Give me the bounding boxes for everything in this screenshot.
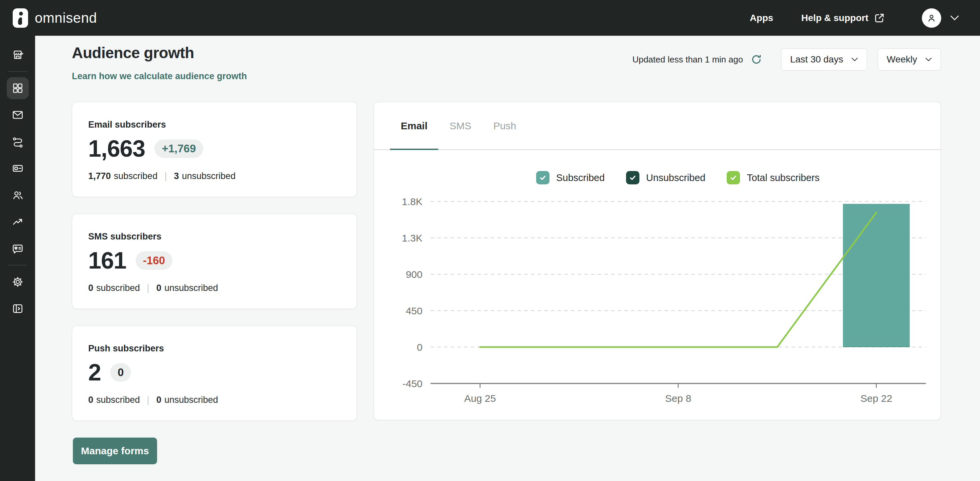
collapse-panel-icon	[11, 302, 24, 315]
external-link-icon	[874, 13, 885, 24]
chart-legend: SubscribedUnsubscribedTotal subscribers	[431, 171, 925, 184]
automation-flow-icon	[11, 135, 24, 148]
brand[interactable]: omnisend	[13, 8, 97, 28]
legend-subscribed[interactable]: Subscribed	[536, 171, 605, 184]
subscriber-count: 2	[88, 359, 101, 386]
unsubscribed-label: unsubscribed	[164, 283, 218, 293]
sidebar-collapse-button[interactable]	[7, 298, 29, 320]
subscribed-count: 0	[88, 283, 93, 293]
sidebar-item-reports[interactable]	[7, 211, 29, 233]
card-breakdown: 0 subscribed | 0 unsubscribed	[88, 283, 340, 293]
legend-checkbox[interactable]	[626, 171, 640, 184]
audience-growth-chart-card: Email SMS Push SubscribedUnsubscribedTot…	[374, 102, 941, 420]
app-window: omnisend Apps Help & support	[0, 0, 980, 481]
y-tick-label: 450	[406, 305, 423, 316]
value-row: 2 0	[88, 359, 340, 386]
sidebar-item-forms[interactable]	[7, 157, 29, 179]
sidebar-item-campaigns[interactable]	[7, 104, 29, 126]
sms-subscribers-card: SMS subscribers 161 -160 0 subscribed | …	[72, 214, 357, 309]
subscriber-count: 1,663	[88, 135, 145, 162]
x-tick-label: Sep 8	[665, 393, 691, 404]
x-tick-label: Sep 22	[860, 393, 892, 404]
learn-link[interactable]: Learn how we calculate audience growth	[72, 71, 247, 81]
unsubscribed-count: 3	[174, 171, 179, 181]
sidebar-item-store[interactable]	[7, 44, 29, 66]
legend-checkbox[interactable]	[727, 171, 740, 184]
separator: |	[147, 283, 150, 293]
unsubscribed-label: unsubscribed	[182, 171, 235, 181]
granularity-value: Weekly	[887, 54, 917, 65]
chevron-down-icon[interactable]	[950, 15, 959, 21]
sidebar	[0, 36, 35, 481]
change-badge: 0	[110, 363, 131, 382]
legend-label: Subscribed	[556, 172, 605, 183]
chevron-down-icon	[925, 57, 932, 62]
sidebar-item-dashboard[interactable]	[7, 77, 29, 99]
subscribed-label: subscribed	[114, 171, 158, 181]
y-tick-label: 1.3K	[402, 232, 423, 243]
email-subscribers-card: Email subscribers 1,663 +1,769 1,770 sub…	[72, 102, 357, 197]
gear-icon	[11, 276, 24, 288]
brand-name: omnisend	[35, 10, 97, 26]
people-icon	[11, 189, 24, 202]
chevron-down-icon	[851, 57, 858, 62]
dashboard-grid-icon	[11, 82, 24, 95]
sidebar-item-automation[interactable]	[7, 130, 29, 152]
help-support-label: Help & support	[801, 13, 869, 23]
page-title: Audience growth	[72, 44, 194, 62]
sidebar-item-reviews[interactable]	[7, 238, 29, 260]
review-chat-icon	[11, 242, 24, 255]
legend-unsubscribed[interactable]: Unsubscribed	[626, 171, 705, 184]
subscribed-label: subscribed	[96, 395, 140, 405]
form-card-icon	[11, 162, 24, 175]
main-content: Audience growth Learn how we calculate a…	[35, 36, 980, 481]
date-range-select[interactable]: Last 30 days	[781, 48, 867, 70]
card-breakdown: 0 subscribed | 0 unsubscribed	[88, 395, 340, 405]
tab-email[interactable]: Email	[390, 102, 438, 149]
apps-label: Apps	[750, 13, 773, 23]
unsubscribed-label: unsubscribed	[164, 395, 218, 405]
subscribed-count: 1,770	[88, 171, 111, 181]
check-icon	[628, 173, 637, 182]
omnisend-logo-icon	[13, 8, 28, 28]
apps-link[interactable]: Apps	[750, 13, 773, 23]
tab-sms[interactable]: SMS	[439, 102, 482, 149]
unsubscribed-count: 0	[156, 283, 161, 293]
refresh-button[interactable]	[750, 54, 762, 65]
legend-total-subscribers[interactable]: Total subscribers	[727, 171, 819, 184]
header-controls: Updated less than 1 min ago Last 30 days…	[632, 48, 941, 70]
y-tick-label: 0	[417, 342, 423, 353]
store-icon	[11, 48, 24, 61]
sidebar-item-settings[interactable]	[7, 271, 29, 293]
bar-subscribed	[843, 204, 910, 347]
card-breakdown: 1,770 subscribed | 3 unsubscribed	[88, 171, 340, 181]
navbar-actions: Apps Help & support	[750, 0, 959, 36]
trending-up-icon	[11, 216, 24, 228]
unsubscribed-count: 0	[156, 395, 161, 405]
legend-checkbox[interactable]	[536, 171, 549, 184]
date-range-value: Last 30 days	[790, 54, 843, 65]
card-title: SMS subscribers	[88, 232, 340, 242]
legend-label: Unsubscribed	[646, 172, 705, 183]
user-icon	[926, 13, 937, 23]
check-icon	[729, 173, 738, 182]
subscribed-label: subscribed	[96, 283, 140, 293]
refresh-icon	[750, 54, 762, 65]
manage-forms-button[interactable]: Manage forms	[73, 438, 157, 464]
avatar[interactable]	[922, 8, 941, 28]
y-tick-label: 900	[406, 269, 423, 280]
push-subscribers-card: Push subscribers 2 0 0 subscribed | 0 un…	[72, 326, 357, 421]
email-icon	[11, 109, 24, 121]
line-total-subscribers	[480, 213, 877, 347]
value-row: 161 -160	[88, 247, 340, 274]
help-support-link[interactable]: Help & support	[801, 13, 885, 24]
subscriber-count: 161	[88, 247, 126, 274]
subscribed-count: 0	[88, 395, 93, 405]
legend-label: Total subscribers	[747, 172, 819, 183]
x-tick-label: Aug 25	[464, 393, 496, 404]
sidebar-divider	[8, 265, 27, 265]
chart-tabs: Email SMS Push	[374, 102, 940, 150]
granularity-select[interactable]: Weekly	[878, 48, 941, 70]
tab-push[interactable]: Push	[483, 102, 527, 149]
sidebar-item-audience[interactable]	[7, 184, 29, 206]
